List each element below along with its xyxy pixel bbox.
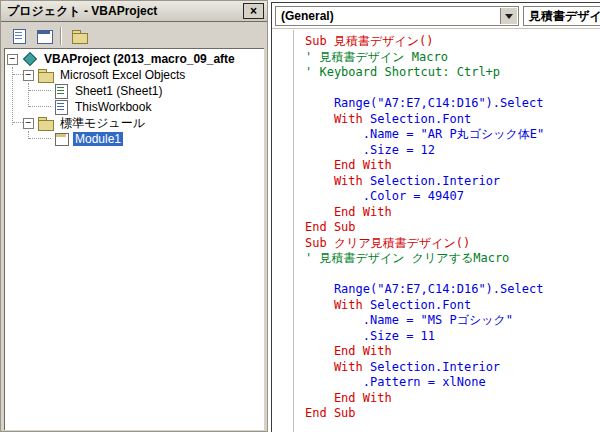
code-line: With Selection.Font [305, 298, 600, 314]
code-line: End Sub [305, 406, 600, 422]
view-code-icon [11, 29, 27, 43]
vba-editor-window: プロジェクト - VBAProject × −VBA [0, 0, 600, 432]
tree-item-label: Microsoft Excel Objects [58, 68, 187, 82]
object-dropdown-value: (General) [276, 9, 334, 23]
code-line: ' 見積書デザイン クリアするMacro [305, 251, 600, 267]
code-text: Sub 見積書デザイン()' 見積書デザイン Macro' Keyboard S… [295, 34, 600, 432]
tree-item-vbaproject[interactable]: −VBAProject (2013_macro_09_afte [5, 51, 264, 67]
margin-indicator-bar [272, 30, 294, 432]
code-line: End With [305, 205, 600, 221]
tree-item-label: Module1 [73, 132, 123, 146]
tree-item-excel-objects-folder[interactable]: −Microsoft Excel Objects [5, 67, 264, 83]
expander-icon[interactable]: − [23, 70, 34, 81]
code-line: End With [305, 344, 600, 360]
code-line [305, 267, 600, 283]
module-icon [53, 132, 69, 146]
tree-item-label: ThisWorkbook [73, 100, 153, 114]
workbook-icon [53, 100, 69, 114]
tree-item-module1[interactable]: Module1 [5, 131, 264, 147]
code-line: End Sub [305, 220, 600, 236]
code-line: .Name = "AR P丸ゴシック体E" [305, 127, 600, 143]
code-line: .Size = 12 [305, 143, 600, 159]
project-tree-rows: −VBAProject (2013_macro_09_afte−Microsof… [5, 49, 264, 430]
view-object-icon [36, 29, 52, 43]
code-editor[interactable]: Sub 見積書デザイン()' 見積書デザイン Macro' Keyboard S… [272, 30, 600, 432]
procedure-dropdown-value: 見積書デザイン [524, 8, 600, 25]
code-line: Sub クリア見積書デザイン() [305, 236, 600, 252]
code-line: .Pattern = xlNone [305, 375, 600, 391]
dropdown-arrow-icon[interactable] [500, 8, 517, 24]
close-button[interactable]: × [243, 3, 264, 19]
code-window: (General) 見積書デザイン Sub 見積書デザイン()' 見積書デザイン… [271, 2, 600, 432]
code-line: Range("A7:E7,C14:D16").Select [305, 282, 600, 298]
object-dropdown[interactable]: (General) [275, 6, 519, 26]
view-code-button[interactable] [6, 25, 31, 47]
code-line [305, 81, 600, 97]
code-line: Range("A7:E7,C14:D16").Select [305, 96, 600, 112]
project-explorer-titlebar[interactable]: プロジェクト - VBAProject [1, 1, 267, 22]
sheet-icon [53, 84, 69, 98]
procedure-dropdown[interactable]: 見積書デザイン [523, 6, 600, 26]
expander-icon[interactable]: − [7, 54, 18, 65]
project-explorer-toolbar [1, 23, 267, 48]
tree-item-label: 標準モジュール [58, 115, 147, 132]
code-window-header: (General) 見積書デザイン [272, 3, 600, 29]
code-line: With Selection.Font [305, 112, 600, 128]
toolbar-separator [60, 27, 62, 45]
expander-icon[interactable]: − [23, 118, 34, 129]
toggle-folders-icon [71, 29, 87, 43]
toggle-folders-button[interactable] [66, 25, 91, 47]
code-line: With Selection.Interior [305, 360, 600, 376]
tree-item-sheet1[interactable]: Sheet1 (Sheet1) [5, 83, 264, 99]
folder-icon [38, 116, 54, 130]
code-line: Sub 見積書デザイン() [305, 34, 600, 50]
code-line: ' Keyboard Shortcut: Ctrl+p [305, 65, 600, 81]
tree-item-label: Sheet1 (Sheet1) [73, 84, 164, 98]
close-icon: × [250, 5, 257, 17]
code-line: ' 見積書デザイン Macro [305, 50, 600, 66]
code-line: .Size = 11 [305, 329, 600, 345]
tree-item-modules-folder[interactable]: −標準モジュール [5, 115, 264, 131]
project-explorer-title: プロジェクト - VBAProject [7, 3, 157, 20]
code-line: End With [305, 391, 600, 407]
tree-item-label: VBAProject (2013_macro_09_afte [42, 52, 237, 66]
project-icon [22, 52, 38, 66]
project-tree[interactable]: −VBAProject (2013_macro_09_afte−Microsof… [4, 48, 264, 430]
tree-item-thisworkbook[interactable]: ThisWorkbook [5, 99, 264, 115]
view-object-button[interactable] [31, 25, 56, 47]
code-line: .Color = 49407 [305, 189, 600, 205]
code-line: .Name = "MS Pゴシック" [305, 313, 600, 329]
code-line: With Selection.Interior [305, 174, 600, 190]
code-line: End With [305, 158, 600, 174]
project-explorer-panel: プロジェクト - VBAProject × −VBA [0, 0, 268, 432]
folder-icon [38, 68, 54, 82]
